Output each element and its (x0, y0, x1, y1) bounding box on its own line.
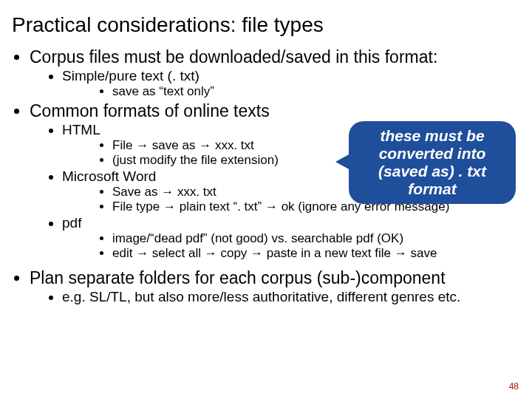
bullet-text: xxx. txt (174, 185, 216, 199)
bullet-text: Plan separate folders for each corpus (s… (30, 268, 446, 287)
arrow-icon: → (205, 246, 217, 260)
arrow-icon: → (199, 138, 211, 152)
bullet-text: image/“dead pdf” (not good) vs. searchab… (112, 231, 403, 245)
bullet-text: Corpus files must be downloaded/saved in… (30, 47, 437, 66)
bullet-text: Common formats of online texts (30, 101, 270, 120)
arrow-icon: → (395, 246, 407, 260)
bullet-l2: image/“dead pdf” (not good) vs. searchab… (112, 231, 517, 246)
callout: these must be converted into (saved as) … (349, 121, 516, 204)
bullet-l2: edit → select all → copy → paste in a ne… (112, 246, 517, 261)
bullet-text: Microsoft Word (62, 168, 156, 184)
bullet-text: Simple/pure text (. txt) (62, 68, 200, 83)
bullet-text: Save as (112, 185, 161, 199)
bullet-l1: e.g. SL/TL, but also more/less authorita… (62, 289, 517, 305)
bullet-l0: Corpus files must be downloaded/saved in… (30, 47, 517, 99)
bullet-text: paste in a new text file (263, 246, 395, 260)
bullet-text: save as (149, 138, 199, 152)
arrow-icon: → (265, 200, 278, 214)
bullet-l0: Plan separate folders for each corpus (s… (30, 268, 517, 305)
callout-tail-icon (335, 154, 350, 170)
bullet-l2: save as “text only” (112, 84, 517, 99)
bullet-text: (just modify the file extension) (112, 153, 279, 167)
bullet-text: copy (217, 246, 250, 260)
bullet-text: plain text “. txt” (176, 200, 265, 214)
bullet-text: File (112, 138, 136, 152)
bullet-text: select all (149, 246, 205, 260)
bullet-text: pdf (62, 215, 81, 231)
bullet-l1: pdf image/“dead pdf” (not good) vs. sear… (62, 215, 517, 261)
slide-title: Practical considerations: file types (12, 13, 517, 37)
callout-body: these must be converted into (saved as) … (349, 121, 516, 204)
bullet-text: save (407, 246, 437, 260)
arrow-icon: → (136, 138, 149, 152)
bullet-text: edit (112, 246, 136, 260)
page-number: 48 (509, 381, 519, 392)
bullet-l1: Simple/pure text (. txt) save as “text o… (62, 68, 517, 99)
arrow-icon: → (163, 200, 176, 214)
arrow-icon: → (136, 246, 149, 260)
callout-text: these must be converted into (saved as) … (356, 127, 508, 199)
bullet-text: e.g. SL/TL, but also more/less authorita… (62, 289, 460, 304)
bullet-text: save as “text only” (112, 84, 214, 98)
bullet-text: File type (112, 200, 163, 214)
bullet-text: HTML (62, 122, 100, 137)
bullet-text: xxx. txt (211, 138, 254, 152)
arrow-icon: → (250, 246, 263, 260)
arrow-icon: → (161, 185, 174, 199)
